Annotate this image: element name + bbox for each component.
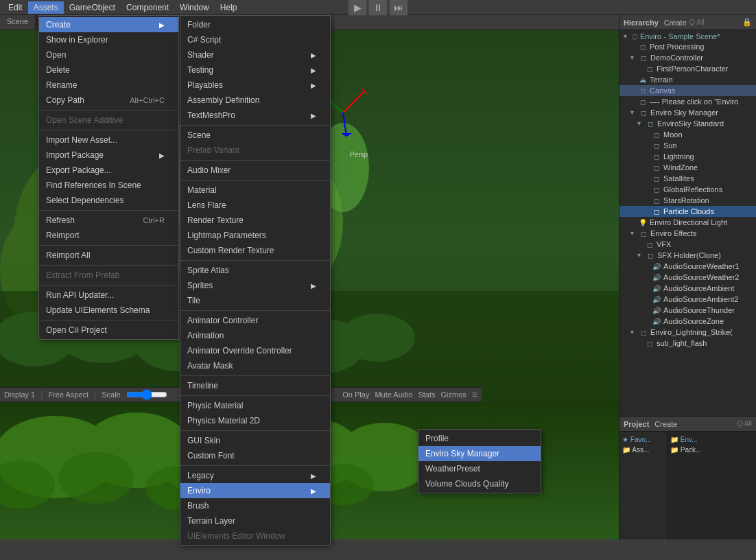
create-timeline[interactable]: Timeline (180, 378, 330, 393)
create-scene[interactable]: Scene (180, 128, 330, 143)
create-render-texture[interactable]: Render Texture (180, 213, 330, 228)
menu-item-import-package[interactable]: Import Package ▶ (39, 148, 178, 163)
create-legacy[interactable]: Legacy ▶ (180, 468, 330, 483)
create-animator-controller[interactable]: Animator Controller (180, 313, 330, 328)
tree-expand-arrow[interactable]: ▼ (629, 109, 635, 116)
menu-item-open-csharp[interactable]: Open C# Project (39, 323, 178, 338)
menu-item-open[interactable]: Open (39, 47, 178, 62)
step-button[interactable]: ⏭ (389, 0, 408, 16)
create-gui-skin[interactable]: GUI Skin (180, 433, 330, 448)
tree-item[interactable]: ▼◻Enviro_Lightning_Strike( (619, 327, 756, 338)
menu-help[interactable]: Help (215, 1, 243, 14)
menu-item-find-references[interactable]: Find References In Scene (39, 178, 178, 193)
create-animator-override[interactable]: Animator Override Controller (180, 343, 330, 358)
menu-item-export-package[interactable]: Export Package... (39, 163, 178, 178)
create-custom-render-texture[interactable]: Custom Render Texture (180, 243, 330, 258)
tree-item[interactable]: ◻FirstPersonCharacter (619, 63, 756, 74)
stats-item[interactable]: Stats (418, 390, 435, 399)
create-assembly-definition[interactable]: Assembly Definition (180, 93, 330, 108)
create-audio-mixer[interactable]: Audio Mixer (180, 163, 330, 178)
create-sprite-atlas[interactable]: Sprite Atlas (180, 263, 330, 278)
mute-audio-item[interactable]: Mute Audio (375, 390, 412, 399)
menu-item-run-api-updater[interactable]: Run API Updater... (39, 288, 178, 303)
menu-component[interactable]: Component (121, 1, 174, 14)
menu-item-reimport[interactable]: Reimport (39, 228, 178, 243)
menu-item-update-uielements[interactable]: Update UIElements Schema (39, 303, 178, 318)
tree-item[interactable]: ◻Moon (619, 129, 756, 140)
create-terrain-layer[interactable]: Terrain Layer (180, 513, 330, 528)
project-pack-item[interactable]: 📁 Pack... (670, 445, 753, 455)
play-button[interactable]: ▶ (348, 0, 367, 16)
project-favorites[interactable]: ★ Favo... (622, 434, 664, 445)
hierarchy-create-btn[interactable]: Create (664, 19, 687, 27)
scene-root[interactable]: ▼ ⬡ Enviro - Sample Scene* (619, 32, 756, 41)
enviro-weather-preset[interactable]: WeatherPreset (418, 461, 541, 476)
tree-item[interactable]: ◻Particle Clouds (619, 206, 756, 217)
create-shader[interactable]: Shader ▶ (180, 47, 330, 62)
menu-item-rename[interactable]: Rename (39, 78, 178, 93)
tree-expand-arrow[interactable]: ▼ (636, 120, 642, 127)
tab-scene[interactable]: Scene (0, 15, 36, 30)
tree-item[interactable]: 💡Enviro Directional Light (619, 217, 756, 228)
menu-item-select-dependencies[interactable]: Select Dependencies (39, 193, 178, 208)
tree-item[interactable]: ⛰Terrain (619, 74, 756, 85)
project-assets-folder[interactable]: 📁 Ass... (622, 445, 664, 455)
tree-item[interactable]: ◻Sun (619, 140, 756, 151)
tree-item[interactable]: ▼◻Enviro Effects (619, 228, 756, 239)
tree-item[interactable]: ◻Satallites (619, 173, 756, 184)
create-sprites[interactable]: Sprites ▶ (180, 278, 330, 293)
aspect-selector[interactable]: Free Aspect (48, 390, 88, 399)
enviro-sky-manager[interactable]: Enviro Sky Manager (418, 446, 541, 461)
create-testing[interactable]: Testing ▶ (180, 62, 330, 78)
display-selector[interactable]: Display 1 (4, 390, 35, 399)
menu-item-reimport-all[interactable]: Reimport All (39, 248, 178, 263)
create-csharp-script[interactable]: C# Script (180, 32, 330, 47)
tree-item[interactable]: ▼◻EnviroSky Standard (619, 118, 756, 129)
tree-item[interactable]: ◻GlobalReflections (619, 184, 756, 195)
tree-item[interactable]: ◻VFX (619, 239, 756, 250)
tree-item[interactable]: ▼◻Enviro Sky Manager (619, 107, 756, 118)
menu-gameobject[interactable]: GameObject (64, 1, 121, 14)
scale-slider[interactable] (126, 389, 167, 400)
menu-item-create[interactable]: Create ▶ (39, 17, 178, 32)
create-folder[interactable]: Folder (180, 17, 330, 32)
create-avatar-mask[interactable]: Avatar Mask (180, 358, 330, 373)
tree-item[interactable]: 🔊AudioSourceWeather2 (619, 272, 756, 283)
menu-item-delete[interactable]: Delete (39, 62, 178, 78)
create-lightmap-params[interactable]: Lightmap Parameters (180, 228, 330, 243)
hierarchy-lock-icon[interactable]: 🔒 (742, 18, 752, 27)
menu-item-import-new-asset[interactable]: Import New Asset... (39, 132, 178, 148)
tree-expand-arrow[interactable]: ▼ (629, 329, 635, 336)
create-enviro[interactable]: Enviro ▶ (180, 483, 330, 498)
tree-item[interactable]: ◻Lightning (619, 151, 756, 162)
create-brush[interactable]: Brush (180, 498, 330, 513)
menu-edit[interactable]: Edit (3, 1, 28, 14)
menu-window[interactable]: Window (174, 1, 215, 14)
menu-icon[interactable]: ≡ (472, 389, 477, 400)
tree-item[interactable]: ◻WindZone (619, 162, 756, 173)
create-lens-flare[interactable]: Lens Flare (180, 198, 330, 213)
create-physic-material[interactable]: Physic Material (180, 398, 330, 413)
menu-item-show-explorer[interactable]: Show in Explorer (39, 32, 178, 47)
tree-item[interactable]: ◻---- Please click on "Enviro (619, 96, 756, 107)
tree-expand-arrow[interactable]: ▼ (629, 54, 635, 61)
project-env-item[interactable]: 📁 Env... (670, 434, 753, 445)
menu-item-copy-path[interactable]: Copy Path Alt+Ctrl+C (39, 93, 178, 108)
tree-item[interactable]: 🔊AudioSourceAmbient (619, 283, 756, 294)
pause-button[interactable]: ⏸ (368, 0, 388, 16)
tree-item[interactable]: ◻sub_light_flash (619, 338, 756, 349)
tree-item[interactable]: ◻Post Processing (619, 41, 756, 52)
create-tile[interactable]: Tile (180, 293, 330, 308)
create-material[interactable]: Material (180, 183, 330, 198)
tree-expand-arrow[interactable]: ▼ (629, 230, 635, 237)
tree-item[interactable]: ▼◻SFX Holder(Clone) (619, 250, 756, 261)
create-playables[interactable]: Playables ▶ (180, 78, 330, 93)
enviro-profile[interactable]: Profile (418, 431, 541, 446)
menu-assets[interactable]: Assets (28, 1, 64, 14)
tree-item[interactable]: 🔊AudioSourceZone (619, 316, 756, 327)
tree-item[interactable]: 🔊AudioSourceWeather1 (619, 261, 756, 272)
enviro-volume-clouds[interactable]: Volume Clouds Quality (418, 476, 541, 491)
tree-expand-arrow[interactable]: ▼ (636, 252, 642, 259)
tree-item[interactable]: 🔊AudioSourceAmbient2 (619, 294, 756, 305)
gizmos-item[interactable]: Gizmos (441, 390, 466, 399)
